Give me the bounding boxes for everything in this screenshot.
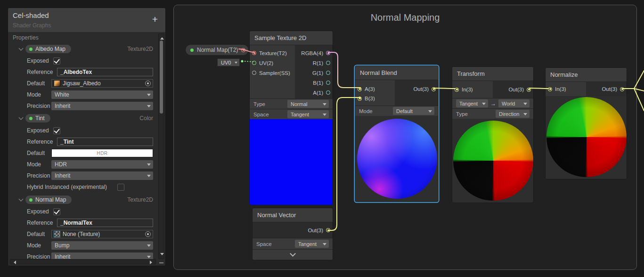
texture-output-port[interactable] — [241, 48, 245, 52]
default-label: Default — [27, 231, 45, 237]
texture-input-port[interactable] — [252, 51, 256, 55]
add-property-button[interactable]: + — [149, 14, 161, 25]
space-dropdown[interactable]: Tangent — [287, 110, 329, 118]
space-label: Space — [253, 112, 269, 117]
out-port[interactable] — [620, 87, 624, 91]
mode-label: Mode — [27, 91, 41, 98]
uv-input-port[interactable] — [252, 61, 256, 65]
in-port[interactable] — [548, 87, 552, 91]
a-input-port[interactable] — [358, 87, 362, 91]
hybrid-instanced-checkbox[interactable] — [117, 184, 124, 191]
node-title[interactable]: Normal Blend — [355, 66, 438, 80]
node-title[interactable]: Transform — [452, 67, 533, 81]
object-picker-icon[interactable] — [145, 81, 151, 86]
space-from-dropdown[interactable]: Tangent — [456, 99, 488, 107]
foldout-chevron-icon[interactable] — [19, 197, 24, 202]
scroll-up-icon[interactable] — [160, 35, 164, 40]
normalize-preview-sphere — [546, 97, 627, 177]
a-output-port[interactable] — [326, 90, 330, 95]
property-pill-tint[interactable]: Tint — [25, 114, 51, 123]
sampler-input-port[interactable] — [252, 71, 256, 75]
blackboard-panel: Cel-shaded Shader Graphs + Properties Al… — [8, 8, 166, 266]
g-output-port[interactable] — [326, 71, 330, 75]
resize-corner[interactable] — [159, 262, 163, 263]
node-title[interactable]: Normalize — [546, 68, 627, 82]
space-dropdown[interactable]: Tangent — [295, 240, 329, 248]
out-port[interactable] — [432, 87, 436, 91]
foldout-chevron-icon[interactable] — [19, 46, 24, 51]
reference-label: Reference — [27, 69, 53, 75]
exposed-label: Exposed — [27, 127, 49, 134]
property-type: Texture2D — [127, 46, 153, 52]
space-to-dropdown[interactable]: World — [498, 99, 530, 107]
out-port[interactable] — [527, 88, 531, 92]
node-normal-blend[interactable]: Normal Blend A(3) B(3) Out(3) ModeDefaul… — [355, 65, 439, 202]
node-normalize[interactable]: Normalize In(3) Out(3) — [545, 67, 627, 179]
property-pill-albedo[interactable]: Albedo Map — [25, 44, 72, 54]
vertical-scrollbar-thumb[interactable] — [160, 41, 163, 114]
rgba-output-port[interactable] — [326, 51, 330, 55]
node-transform[interactable]: Transform In(3) Out(3) Tangent → World T… — [452, 66, 534, 203]
out-port[interactable] — [326, 228, 330, 232]
exposed-dot-icon — [29, 198, 33, 202]
exposed-checkbox[interactable] — [53, 57, 60, 65]
node-title[interactable]: Sample Texture 2D — [250, 31, 333, 45]
color-swatch-field[interactable]: HDR — [51, 149, 153, 157]
precision-dropdown[interactable]: Inherit — [51, 102, 153, 110]
scroll-left-icon[interactable] — [12, 261, 16, 264]
object-picker-icon[interactable] — [145, 231, 151, 237]
vertical-scrollbar — [158, 33, 164, 259]
mode-dropdown[interactable]: Bump — [51, 241, 153, 250]
foldout-chevron-icon[interactable] — [19, 115, 24, 120]
node-sample-texture-2d[interactable]: Sample Texture 2D Texture(T2) UV(2) Samp… — [249, 31, 333, 205]
in-port[interactable] — [455, 88, 459, 92]
horizontal-scrollbar — [10, 259, 156, 264]
precision-label: Precision — [27, 103, 50, 109]
graph-canvas[interactable]: Normal Mapping Normal Map(T2) UV0 Sample… — [173, 5, 637, 270]
properties-section-label: Properties — [13, 34, 39, 41]
property-type: Color — [139, 115, 153, 122]
reference-input[interactable]: _AlbedoTex — [57, 68, 153, 76]
graph-name: Cel-shaded — [13, 11, 49, 19]
exposed-checkbox[interactable] — [53, 127, 60, 134]
hdr-badge: HDR — [97, 151, 107, 156]
normal-blend-preview-sphere — [357, 119, 437, 199]
exposed-label: Exposed — [27, 57, 49, 64]
reference-label: Reference — [27, 138, 53, 145]
type-label: Type — [253, 101, 265, 107]
node-preview — [452, 119, 533, 202]
r-output-port[interactable] — [326, 61, 330, 65]
collapse-row[interactable] — [253, 249, 333, 260]
exposed-dot-icon — [29, 48, 33, 51]
arrow-right-icon: → — [490, 100, 496, 107]
texture-object-field[interactable]: Jigsaw_Albedo — [51, 79, 153, 88]
scroll-down-icon[interactable] — [160, 253, 164, 257]
property-pill-normal-map[interactable]: Normal Map — [25, 195, 72, 204]
exposed-label: Exposed — [27, 208, 49, 215]
collapse-chevron-icon[interactable] — [290, 251, 296, 257]
type-dropdown[interactable]: Direction — [496, 110, 530, 118]
property-node-normal-map[interactable]: Normal Map(T2) — [185, 44, 249, 56]
scroll-right-icon[interactable] — [150, 261, 154, 264]
reference-input[interactable]: _Tint — [57, 138, 153, 146]
reference-input[interactable]: _NormalTex — [57, 219, 153, 227]
property-row-normal-map[interactable]: Normal Map Texture2D — [8, 195, 165, 205]
precision-dropdown[interactable]: Inherit — [51, 171, 153, 180]
graph-group-title: Normal Mapping — [174, 12, 636, 23]
mode-label: Mode — [27, 242, 41, 249]
texture-object-field[interactable]: None (Texture) — [51, 230, 153, 238]
mode-dropdown[interactable]: Default — [393, 107, 434, 115]
property-row-tint[interactable]: Tint Color — [8, 113, 165, 123]
none-texture-checker-icon — [54, 231, 60, 237]
blackboard-header[interactable]: Cel-shaded Shader Graphs + — [8, 8, 165, 33]
b-output-port[interactable] — [326, 81, 330, 85]
type-dropdown[interactable]: Normal — [287, 100, 329, 108]
mode-dropdown[interactable]: White — [51, 90, 153, 99]
exposed-checkbox[interactable] — [53, 208, 60, 215]
b-input-port[interactable] — [358, 97, 362, 101]
property-row-albedo[interactable]: Albedo Map Texture2D — [8, 44, 165, 54]
node-title[interactable]: Normal Vector — [253, 208, 333, 222]
mode-dropdown[interactable]: HDR — [51, 160, 153, 169]
uv-channel-dropdown[interactable]: UV0 — [217, 58, 240, 66]
node-normal-vector[interactable]: Normal Vector Out(3) SpaceTangent — [252, 208, 333, 261]
